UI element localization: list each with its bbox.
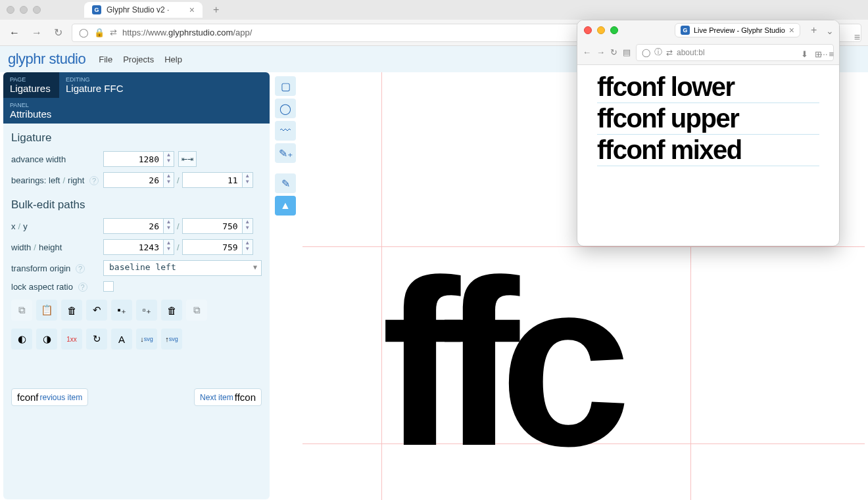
import-svg-icon[interactable]: ↓svg bbox=[136, 329, 157, 350]
glyph-icon[interactable]: A bbox=[111, 329, 132, 350]
back-icon[interactable]: ← bbox=[7, 24, 22, 41]
reverse-icon[interactable]: ↻ bbox=[86, 329, 107, 350]
menu-help[interactable]: Help bbox=[164, 55, 182, 64]
clear-icon[interactable]: 🗑 bbox=[161, 300, 182, 321]
minimize-window-icon[interactable] bbox=[597, 26, 605, 34]
help-icon[interactable]: ? bbox=[89, 176, 99, 185]
tool-row-1: ⧉ 📋 🗑 ↶ ▪₊ ▫₊ 🗑 ⧉ bbox=[11, 300, 262, 321]
popup-url: about:bl bbox=[677, 48, 705, 57]
prev-item-button[interactable]: fconf revious item bbox=[11, 388, 88, 406]
minimize-window-icon[interactable] bbox=[20, 6, 28, 14]
hamburger-icon[interactable]: ≡ bbox=[854, 32, 860, 43]
close-window-icon[interactable] bbox=[584, 26, 592, 34]
close-tab-icon[interactable]: × bbox=[789, 25, 794, 35]
app-menu: File Projects Help bbox=[99, 55, 182, 64]
popup-tab[interactable]: G Live Preview - Glyphr Studio × bbox=[675, 23, 800, 37]
export-svg-icon[interactable]: ↑svg bbox=[161, 329, 182, 350]
info-icon: ⓘ bbox=[654, 47, 662, 58]
permissions-icon: ⇄ bbox=[110, 28, 117, 37]
x-input[interactable] bbox=[103, 218, 164, 234]
close-window-icon[interactable] bbox=[7, 6, 14, 14]
preview-line: ffconf lower bbox=[597, 72, 819, 103]
close-tab-icon[interactable]: × bbox=[189, 5, 195, 15]
advance-width-input[interactable] bbox=[103, 151, 164, 167]
copy-icon[interactable]: ⧉ bbox=[11, 300, 32, 321]
panel-body: Ligature advance width ▲▼ ⇤⇥ bearings: l… bbox=[3, 124, 270, 357]
editing-header[interactable]: EDITING Ligature FFC bbox=[59, 72, 270, 98]
extensions-icon[interactable]: ⊞ bbox=[815, 49, 822, 59]
bring-front-icon[interactable]: ▫₊ bbox=[136, 300, 157, 321]
pen-add-tool-icon[interactable]: ✎₊ bbox=[275, 143, 296, 163]
undo-icon[interactable]: ↶ bbox=[86, 300, 107, 321]
popup-titlebar: G Live Preview - Glyphr Studio × + ⌄ bbox=[577, 20, 839, 40]
arrow-tool-icon[interactable]: ▲ bbox=[275, 196, 296, 216]
menu-file[interactable]: File bbox=[99, 55, 112, 64]
panel-header[interactable]: PANEL Attributes bbox=[3, 98, 270, 124]
lock-row: lock aspect ratio ? bbox=[11, 281, 262, 292]
reload-icon[interactable]: ↻ bbox=[610, 47, 617, 57]
hamburger-icon[interactable]: ≡ bbox=[829, 49, 834, 59]
forward-icon[interactable]: → bbox=[29, 24, 45, 41]
bearing-right-input[interactable] bbox=[182, 172, 243, 188]
zoom-window-icon[interactable] bbox=[610, 26, 618, 34]
left-panel: PAGE Ligatures EDITING Ligature FFC PANE… bbox=[3, 72, 270, 499]
flip-h-icon[interactable]: ◐ bbox=[11, 329, 32, 350]
lock-aspect-checkbox[interactable] bbox=[103, 281, 114, 292]
help-icon[interactable]: ? bbox=[76, 264, 85, 273]
tabs-dropdown-icon[interactable]: ⌄ bbox=[826, 26, 834, 36]
spinner[interactable]: ▲▼ bbox=[243, 239, 253, 255]
main-titlebar: G Glyphr Studio v2 · × + bbox=[0, 0, 868, 20]
chevron-down-icon: ▼ bbox=[253, 263, 257, 271]
spinner[interactable]: ▲▼ bbox=[243, 172, 253, 188]
send-back-icon[interactable]: ▪₊ bbox=[111, 300, 132, 321]
advance-width-row: advance width ▲▼ ⇤⇥ bbox=[11, 151, 262, 167]
bearings-label: bearings: left/right ? bbox=[11, 175, 103, 185]
delete-icon[interactable]: 🗑 bbox=[61, 300, 82, 321]
new-tab-icon[interactable]: + bbox=[213, 4, 219, 16]
rect-tool-icon[interactable]: ▢ bbox=[275, 76, 296, 96]
autofit-width-icon[interactable]: ⇤⇥ bbox=[178, 151, 197, 167]
flip-v-icon[interactable]: ◑ bbox=[36, 329, 57, 350]
width-input[interactable] bbox=[103, 239, 164, 255]
favicon-icon: G bbox=[92, 5, 101, 14]
next-item-button[interactable]: Next item ffcon bbox=[194, 388, 262, 406]
spinner[interactable]: ▲▼ bbox=[164, 151, 174, 167]
app-logo: glyphr studio bbox=[8, 51, 85, 68]
zoom-window-icon[interactable] bbox=[33, 6, 41, 14]
back-icon[interactable]: ← bbox=[583, 47, 591, 57]
popup-right-tools: ⬇ ⊞ ≡ bbox=[801, 49, 834, 59]
xy-row: x/y ▲▼ / ▲▼ bbox=[11, 218, 262, 234]
bearing-left-input[interactable] bbox=[103, 172, 164, 188]
popup-toolbar: ← → ↻ ▤ ◯ ⓘ ⇄ about:bl … ⬇ ⊞ ≡ bbox=[577, 40, 839, 65]
menu-projects[interactable]: Projects bbox=[123, 55, 154, 64]
popup-tab-title: Live Preview - Glyphr Studio bbox=[694, 26, 785, 34]
round-icon[interactable]: 1xx bbox=[61, 329, 82, 350]
popup-body: ffconf lower ffconf upper ffconf mixed bbox=[577, 65, 839, 173]
transform-label: transform origin ? bbox=[11, 263, 103, 273]
reload-icon[interactable]: ↻ bbox=[51, 24, 65, 41]
forward-icon[interactable]: → bbox=[596, 47, 605, 57]
permissions-icon: ⇄ bbox=[666, 48, 673, 57]
path-tool-icon[interactable]: 〰 bbox=[275, 121, 296, 141]
help-icon[interactable]: ? bbox=[78, 283, 87, 292]
spinner[interactable]: ▲▼ bbox=[243, 218, 253, 234]
pen-tool-icon[interactable]: ✎ bbox=[275, 173, 296, 193]
glyph-nav: fconf revious item Next item ffcon bbox=[3, 380, 270, 414]
shield-icon: ◯ bbox=[642, 48, 650, 57]
y-input[interactable] bbox=[182, 218, 243, 234]
spinner[interactable]: ▲▼ bbox=[164, 239, 174, 255]
glyph-display: ffc bbox=[381, 256, 612, 469]
duplicate-icon[interactable]: ⧉ bbox=[186, 300, 207, 321]
paste-icon[interactable]: 📋 bbox=[36, 300, 57, 321]
page-header[interactable]: PAGE Ligatures bbox=[3, 72, 59, 98]
new-tab-icon[interactable]: + bbox=[811, 24, 817, 36]
height-input[interactable] bbox=[182, 239, 243, 255]
transform-select[interactable]: baseline left ▼ bbox=[103, 260, 262, 276]
spinner[interactable]: ▲▼ bbox=[164, 218, 174, 234]
download-icon[interactable]: ⬇ bbox=[801, 49, 808, 59]
reader-icon[interactable]: ▤ bbox=[623, 47, 631, 57]
preview-line: ffconf upper bbox=[597, 103, 819, 135]
oval-tool-icon[interactable]: ◯ bbox=[275, 99, 296, 118]
spinner[interactable]: ▲▼ bbox=[164, 172, 174, 188]
browser-tab[interactable]: G Glyphr Studio v2 · × bbox=[84, 2, 203, 18]
